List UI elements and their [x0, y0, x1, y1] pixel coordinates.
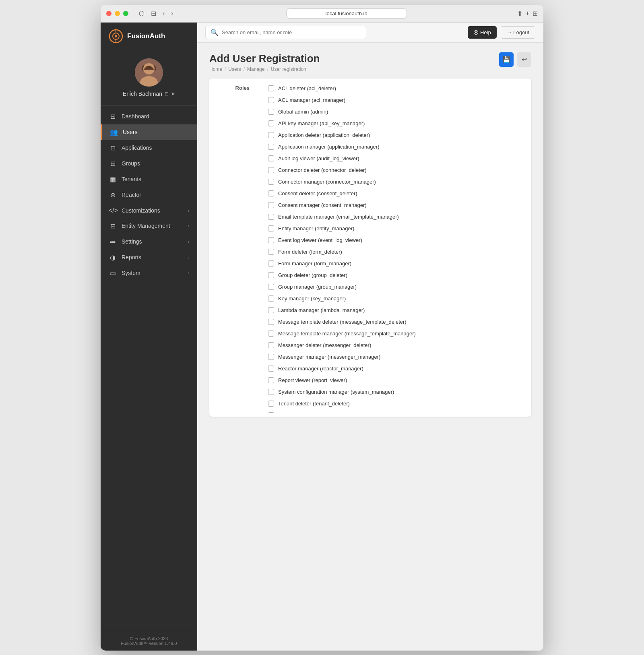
url-bar-area: local.fusionauth.io: [179, 8, 514, 19]
role-checkbox-connector_deleter[interactable]: [268, 167, 274, 173]
close-button[interactable]: [106, 11, 111, 16]
search-box[interactable]: 🔍: [205, 26, 366, 39]
sidebar-item-system[interactable]: ▭System‹: [101, 265, 197, 281]
role-item-connector_deleter[interactable]: Connector deleter (connector_deleter): [264, 164, 525, 176]
breadcrumb-home[interactable]: Home: [209, 66, 222, 72]
role-checkbox-messenger_deleter[interactable]: [268, 342, 274, 348]
sidebar-item-users[interactable]: 👥Users: [101, 124, 197, 140]
role-item-connector_manager[interactable]: Connector manager (connector_manager): [264, 176, 525, 188]
role-item-event_log_viewer[interactable]: Event log viewer (event_log_viewer): [264, 234, 525, 246]
role-item-api_key_manager[interactable]: API key manager (api_key_manager): [264, 118, 525, 129]
topbar-right: ⦿ Help → Logout: [468, 26, 535, 39]
sidebar-item-groups[interactable]: ⊞Groups: [101, 156, 197, 171]
role-checkbox-admin[interactable]: [268, 109, 274, 115]
url-bar[interactable]: local.fusionauth.io: [286, 8, 407, 19]
role-item-consent_manager[interactable]: Consent manager (consent_manager): [264, 199, 525, 211]
role-checkbox-group_deleter[interactable]: [268, 272, 274, 278]
role-item-group_deleter[interactable]: Group deleter (group_deleter): [264, 269, 525, 281]
role-checkbox-acl_deleter[interactable]: [268, 85, 274, 91]
role-checkbox-api_key_manager[interactable]: [268, 120, 274, 126]
sidebar-item-reports[interactable]: ◑Reports‹: [101, 250, 197, 265]
role-checkbox-consent_deleter[interactable]: [268, 190, 274, 196]
sidebar-item-reactor[interactable]: ⊛Reactor: [101, 187, 197, 203]
role-checkbox-group_manager[interactable]: [268, 284, 274, 290]
role-item-message_template_manager[interactable]: Message template manager (message_templa…: [264, 328, 525, 339]
sidebar-item-label-applications: Applications: [122, 145, 152, 151]
sidebar-logo: FusionAuth: [101, 23, 197, 50]
role-item-group_manager[interactable]: Group manager (group_manager): [264, 281, 525, 293]
profile-edit-icon[interactable]: ⊟: [165, 91, 169, 97]
role-checkbox-report_viewer[interactable]: [268, 377, 274, 383]
role-label-api_key_manager: API key manager (api_key_manager): [278, 120, 365, 126]
role-item-form_deleter[interactable]: Form deleter (form_deleter): [264, 246, 525, 258]
role-item-acl_manager[interactable]: ACL manager (acl_manager): [264, 94, 525, 106]
role-checkbox-entity_manager[interactable]: [268, 225, 274, 231]
new-tab-button[interactable]: +: [526, 10, 529, 17]
role-item-consent_deleter[interactable]: Consent deleter (consent_deleter): [264, 188, 525, 199]
role-item-tenant_manager[interactable]: Tenant manager (tenant_manager): [264, 409, 525, 413]
role-checkbox-acl_manager[interactable]: [268, 97, 274, 103]
role-item-messenger_deleter[interactable]: Messenger deleter (messenger_deleter): [264, 339, 525, 351]
settings-arrow-icon: ‹: [188, 239, 189, 244]
maximize-button[interactable]: [123, 11, 128, 16]
help-button[interactable]: ⦿ Help: [468, 26, 496, 39]
search-input[interactable]: [222, 29, 361, 35]
role-checkbox-connector_manager[interactable]: [268, 179, 274, 185]
sidebar-item-applications[interactable]: ⊡Applications: [101, 140, 197, 156]
role-item-acl_deleter[interactable]: ACL deleter (acl_deleter): [264, 83, 525, 94]
role-item-form_manager[interactable]: Form manager (form_manager): [264, 258, 525, 269]
breadcrumb-users[interactable]: Users: [228, 66, 241, 72]
role-item-key_manager[interactable]: Key manager (key_manager): [264, 293, 525, 304]
role-checkbox-reactor_manager[interactable]: [268, 366, 274, 372]
sidebar-item-settings[interactable]: ≔Settings‹: [101, 234, 197, 250]
role-checkbox-message_template_manager[interactable]: [268, 331, 274, 337]
sidebar-toggle[interactable]: ⊟: [149, 9, 159, 18]
role-checkbox-key_manager[interactable]: [268, 295, 274, 302]
minimize-button[interactable]: [115, 11, 120, 16]
sidebar: FusionAuth Erlich Bachman ⊟ ➤: [101, 23, 197, 651]
sidebar-item-dashboard[interactable]: ⊞Dashboard: [101, 109, 197, 124]
role-item-reactor_manager[interactable]: Reactor manager (reactor_manager): [264, 363, 525, 374]
browser-back-button[interactable]: ‹: [160, 9, 167, 18]
role-checkbox-audit_log_viewer[interactable]: [268, 155, 274, 161]
app-layout: FusionAuth Erlich Bachman ⊟ ➤: [101, 23, 543, 651]
save-button[interactable]: 💾: [499, 52, 514, 67]
tabs-button[interactable]: ⊞: [533, 10, 538, 17]
role-item-messenger_manager[interactable]: Messenger manager (messenger_manager): [264, 351, 525, 363]
back-button[interactable]: ⬡: [136, 9, 147, 18]
role-checkbox-tenant_manager[interactable]: [268, 412, 274, 413]
role-item-audit_log_viewer[interactable]: Audit log viewer (audit_log_viewer): [264, 153, 525, 164]
role-item-message_template_deleter[interactable]: Message template deleter (message_templa…: [264, 316, 525, 328]
role-item-lambda_manager[interactable]: Lambda manager (lambda_manager): [264, 304, 525, 316]
role-checkbox-system_manager[interactable]: [268, 389, 274, 395]
logout-button[interactable]: → Logout: [501, 26, 535, 39]
role-checkbox-form_manager[interactable]: [268, 260, 274, 267]
role-item-system_manager[interactable]: System configuration manager (system_man…: [264, 386, 525, 398]
profile-arrow-icon[interactable]: ➤: [171, 91, 175, 97]
role-item-tenant_deleter[interactable]: Tenant deleter (tenant_deleter): [264, 398, 525, 409]
role-checkbox-email_template_manager[interactable]: [268, 214, 274, 220]
role-checkbox-event_log_viewer[interactable]: [268, 237, 274, 243]
role-item-application_manager[interactable]: Application manager (application_manager…: [264, 141, 525, 153]
role-checkbox-consent_manager[interactable]: [268, 202, 274, 208]
role-checkbox-application_manager[interactable]: [268, 144, 274, 150]
role-item-email_template_manager[interactable]: Email template manager (email_template_m…: [264, 211, 525, 223]
role-checkbox-messenger_manager[interactable]: [268, 354, 274, 360]
breadcrumb-manage[interactable]: Manage: [247, 66, 264, 72]
role-checkbox-form_deleter[interactable]: [268, 249, 274, 255]
breadcrumb-current: User registration: [271, 66, 306, 72]
role-item-entity_manager[interactable]: Entity manager (entity_manager): [264, 223, 525, 234]
role-checkbox-message_template_deleter[interactable]: [268, 319, 274, 325]
role-checkbox-lambda_manager[interactable]: [268, 307, 274, 313]
sidebar-item-entity-management[interactable]: ⊟Entity Management‹: [101, 218, 197, 234]
share-button[interactable]: ⬆: [517, 10, 522, 17]
browser-forward-button[interactable]: ›: [169, 9, 175, 18]
sidebar-item-customizations[interactable]: </>Customizations‹: [101, 203, 197, 218]
sidebar-item-tenants[interactable]: ▦Tenants: [101, 171, 197, 187]
back-action-button[interactable]: ↩: [517, 52, 531, 67]
role-checkbox-application_deleter[interactable]: [268, 132, 274, 138]
role-checkbox-tenant_deleter[interactable]: [268, 401, 274, 407]
role-item-admin[interactable]: Global admin (admin): [264, 106, 525, 118]
role-item-report_viewer[interactable]: Report viewer (report_viewer): [264, 374, 525, 386]
role-item-application_deleter[interactable]: Application deleter (application_deleter…: [264, 129, 525, 141]
